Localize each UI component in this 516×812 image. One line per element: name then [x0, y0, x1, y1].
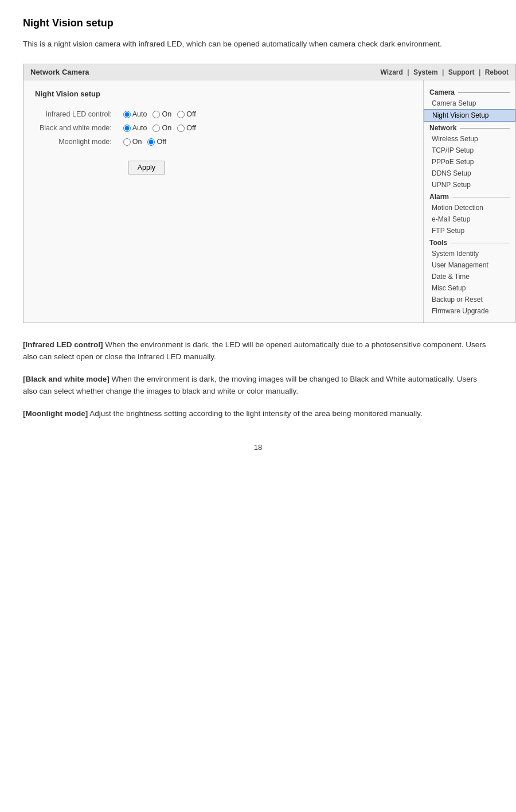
sidebar-item-wireless[interactable]: Wireless Setup [424, 133, 515, 145]
desc-moonlight: [Moonlight mode] Adjust the brightness s… [23, 408, 493, 420]
sidebar-camera-label: Camera [429, 88, 455, 96]
moonlight-off-option[interactable]: Off [147, 138, 166, 146]
sidebar-item-misc-setup[interactable]: Misc Setup [424, 282, 515, 294]
camera-header-title: Network Camera [30, 68, 89, 76]
camera-body: Night Vision setup Infrared LED control:… [24, 80, 515, 323]
sidebar-item-date-time[interactable]: Date & Time [424, 271, 515, 282]
desc-infrared: [Infrared LED control] When the environm… [23, 339, 493, 363]
desc-moonlight-text: Adjust the brightness setting according … [89, 409, 423, 418]
apply-row: Apply [35, 149, 201, 177]
infrared-off-radio[interactable] [177, 111, 185, 118]
sidebar-item-backup-reset[interactable]: Backup or Reset [424, 294, 515, 305]
sidebar-item-firmware[interactable]: Firmware Upgrade [424, 305, 515, 317]
sidebar-item-ddns[interactable]: DDNS Setup [424, 168, 515, 179]
infrared-on-option[interactable]: On [153, 110, 171, 118]
sidebar-section-alarm: Alarm [424, 191, 515, 202]
sidebar-item-system-identity[interactable]: System Identity [424, 248, 515, 259]
intro-paragraph: This is a night vision camera with infra… [23, 38, 493, 50]
sidebar-section-camera: Camera [424, 86, 515, 98]
bw-auto-option[interactable]: Auto [123, 124, 147, 132]
camera-header: Network Camera Wizard | System | Support… [24, 64, 515, 80]
moonlight-options: On Off [119, 135, 201, 149]
camera-nav: Wizard | System | Support | Reboot [381, 68, 509, 76]
sidebar-item-user-management[interactable]: User Management [424, 259, 515, 271]
bw-off-option[interactable]: Off [177, 124, 196, 132]
bw-mode-options: Auto On Off [119, 121, 201, 135]
moonlight-label: Moonlight mode: [35, 135, 119, 149]
sidebar-item-ftp[interactable]: FTP Setup [424, 225, 515, 236]
sidebar-section-network: Network [424, 122, 515, 133]
settings-form: Infrared LED control: Auto On [35, 107, 201, 177]
moonlight-on-option[interactable]: On [123, 138, 142, 146]
nav-system[interactable]: System [413, 68, 438, 76]
infrared-led-options: Auto On Off [119, 107, 201, 121]
desc-infrared-term: [Infrared LED control] [23, 340, 103, 349]
main-content-area: Night Vision setup Infrared LED control:… [24, 80, 424, 323]
sidebar-item-camera-setup[interactable]: Camera Setup [424, 98, 515, 109]
infrared-off-option[interactable]: Off [177, 110, 196, 118]
infrared-led-row: Infrared LED control: Auto On [35, 107, 201, 121]
apply-button[interactable]: Apply [128, 161, 165, 174]
sidebar-item-email[interactable]: e-Mail Setup [424, 213, 515, 225]
sidebar-item-tcpip[interactable]: TCP/IP Setup [424, 145, 515, 156]
page-title: Night Vision setup [23, 17, 493, 29]
sidebar: Camera Camera Setup Night Vision Setup N… [424, 80, 515, 323]
sidebar-item-motion[interactable]: Motion Detection [424, 202, 515, 213]
desc-bw-term: [Black and white mode] [23, 375, 110, 383]
infrared-led-label: Infrared LED control: [35, 107, 119, 121]
sidebar-tools-label: Tools [429, 239, 447, 247]
sidebar-network-label: Network [429, 124, 456, 132]
sidebar-item-upnp[interactable]: UPNP Setup [424, 179, 515, 191]
nav-wizard[interactable]: Wizard [381, 68, 403, 76]
sidebar-alarm-label: Alarm [429, 193, 449, 201]
desc-bw-mode: [Black and white mode] When the environm… [23, 374, 493, 398]
moonlight-on-radio[interactable] [123, 138, 131, 146]
bw-mode-label: Black and white mode: [35, 121, 119, 135]
infrared-on-radio[interactable] [153, 111, 160, 118]
desc-moonlight-term: [Moonlight mode] [23, 409, 88, 418]
camera-frame: Network Camera Wizard | System | Support… [23, 64, 516, 323]
bw-on-radio[interactable] [153, 125, 160, 132]
nav-reboot[interactable]: Reboot [485, 68, 509, 76]
bw-mode-row: Black and white mode: Auto On [35, 121, 201, 135]
infrared-auto-option[interactable]: Auto [123, 110, 147, 118]
moonlight-off-radio[interactable] [147, 138, 155, 146]
infrared-auto-radio[interactable] [123, 111, 131, 118]
page-number: 18 [23, 443, 493, 452]
moonlight-row: Moonlight mode: On Off [35, 135, 201, 149]
bw-on-option[interactable]: On [153, 124, 171, 132]
sidebar-item-pppoe[interactable]: PPPoE Setup [424, 156, 515, 168]
section-title: Night Vision setup [35, 90, 412, 98]
sidebar-section-tools: Tools [424, 236, 515, 248]
bw-auto-radio[interactable] [123, 125, 131, 132]
bw-off-radio[interactable] [177, 125, 185, 132]
nav-support[interactable]: Support [448, 68, 475, 76]
sidebar-item-night-vision[interactable]: Night Vision Setup [424, 109, 515, 122]
